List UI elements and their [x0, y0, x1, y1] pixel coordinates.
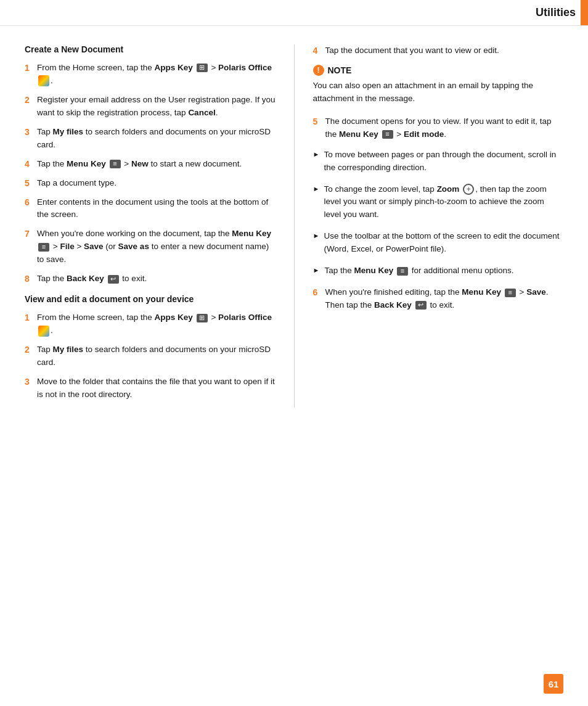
step-view-4: 4 Tap the document that you want to view… [313, 44, 564, 57]
step-create-1: 1 From the Home screen, tap the Apps Key… [25, 62, 276, 88]
note-text: You can also open an attachment in an em… [313, 80, 564, 105]
step-text: When you're finished editing, tap the Me… [325, 286, 564, 312]
apps-key-icon [197, 314, 208, 322]
step-text: Tap My files to search folders and docum… [37, 126, 276, 152]
section2-heading: View and edit a document on your device [25, 294, 276, 304]
bullet-text: Tap the Menu Key for additional menu opt… [324, 265, 513, 277]
step-view-6: 6 When you're finished editing, tap the … [313, 286, 564, 312]
step-number: 6 [25, 196, 33, 209]
note-label: NOTE [328, 65, 352, 75]
step-number: 4 [25, 158, 33, 171]
polaris-office-icon [38, 326, 49, 337]
section1-heading: Create a New Document [25, 44, 276, 54]
step-number: 5 [25, 177, 33, 190]
menu-key-icon [397, 267, 408, 276]
bullet-text: To move between pages or pan through the… [324, 149, 564, 174]
step-text: The document opens for you to view. If y… [325, 115, 564, 141]
step-text: Register your email address on the User … [37, 94, 276, 120]
column-divider [294, 44, 295, 408]
right-column: 4 Tap the document that you want to view… [313, 44, 564, 408]
polaris-office-icon [38, 75, 49, 86]
step-number: 1 [25, 311, 33, 324]
bullet-item-4: ► Tap the Menu Key for additional menu o… [313, 265, 564, 277]
step-view-2: 2 Tap My files to search folders and doc… [25, 343, 276, 369]
step-text: From the Home screen, tap the Apps Key >… [37, 62, 276, 88]
page-number: 61 [544, 674, 563, 694]
step-number: 2 [25, 343, 33, 356]
step-view-3: 3 Move to the folder that contains the f… [25, 376, 276, 401]
step-create-2: 2 Register your email address on the Use… [25, 94, 276, 120]
step-view-5: 5 The document opens for you to view. If… [313, 115, 564, 141]
main-content: Create a New Document 1 From the Home sc… [0, 26, 588, 426]
bullet-text: Use the toolbar at the bottom of the scr… [324, 230, 564, 256]
step-create-3: 3 Tap My files to search folders and doc… [25, 126, 276, 152]
step-text: When you're done working on the document… [37, 228, 276, 266]
bullet-item-2: ► To change the zoom level, tap Zoom , t… [313, 183, 564, 222]
note-icon: ! [313, 65, 324, 76]
page-header: Utilities [0, 0, 588, 26]
step-create-6: 6 Enter contents in the document using t… [25, 196, 276, 222]
bullet-text: To change the zoom level, tap Zoom , the… [324, 183, 564, 222]
bullet-triangle-icon: ► [313, 266, 320, 274]
step-number: 3 [25, 376, 33, 388]
step-number: 2 [25, 94, 33, 107]
bullet-item-1: ► To move between pages or pan through t… [313, 149, 564, 174]
note-header: ! NOTE [313, 65, 564, 76]
step-number: 7 [25, 228, 33, 240]
bullet-triangle-icon: ► [313, 185, 319, 192]
bullet-triangle-icon: ► [313, 150, 319, 158]
step-create-5: 5 Tap a document type. [25, 177, 276, 190]
back-key-icon [415, 301, 427, 310]
bullet-triangle-icon: ► [313, 232, 319, 239]
zoom-icon [463, 184, 474, 195]
menu-key-icon [505, 289, 516, 297]
step-text: Tap the Menu Key > New to start a new do… [37, 158, 242, 171]
step-text: Tap the Back Key to exit. [37, 273, 147, 285]
step-text: From the Home screen, tap the Apps Key >… [37, 311, 276, 337]
step-number: 4 [313, 44, 322, 57]
back-key-icon [108, 275, 119, 284]
step-text: Tap a document type. [37, 177, 116, 190]
step-text: Enter contents in the document using the… [37, 196, 276, 222]
step-number: 6 [313, 286, 322, 299]
bullet-item-3: ► Use the toolbar at the bottom of the s… [313, 230, 564, 256]
step-number: 8 [25, 273, 33, 285]
step-text: Tap the document that you want to view o… [325, 44, 499, 57]
step-create-4: 4 Tap the Menu Key > New to start a new … [25, 158, 276, 171]
step-number: 3 [25, 126, 33, 139]
step-view-1: 1 From the Home screen, tap the Apps Key… [25, 311, 276, 337]
menu-key-icon [110, 160, 121, 168]
step-number: 5 [313, 115, 322, 128]
orange-accent-bar [581, 0, 588, 25]
note-box: ! NOTE You can also open an attachment i… [313, 65, 564, 105]
menu-key-icon [382, 130, 393, 139]
left-column: Create a New Document 1 From the Home sc… [25, 44, 276, 408]
step-create-8: 8 Tap the Back Key to exit. [25, 273, 276, 285]
step-text: Move to the folder that contains the fil… [37, 376, 276, 401]
apps-key-icon [197, 64, 208, 72]
step-create-7: 7 When you're done working on the docume… [25, 228, 276, 266]
step-number: 1 [25, 62, 33, 75]
menu-key-icon [38, 243, 49, 252]
step-text: Tap My files to search folders and docum… [37, 343, 276, 369]
